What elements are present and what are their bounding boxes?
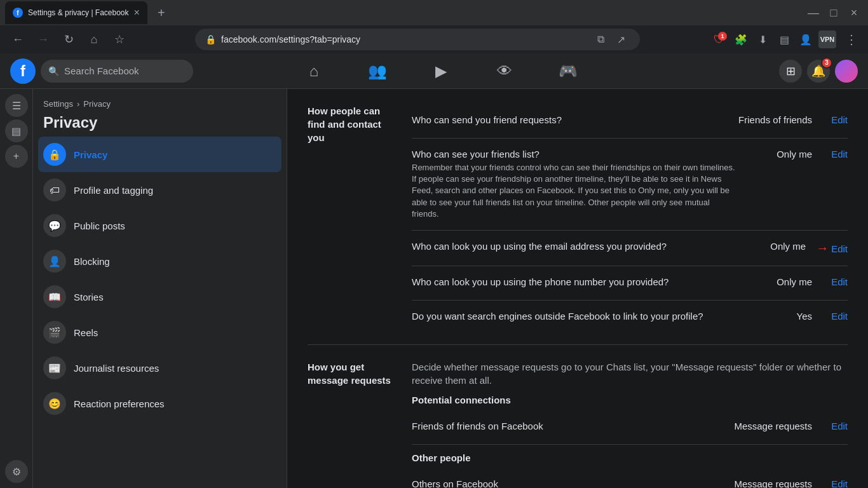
quick-icon-feed[interactable]: ☰ (5, 94, 28, 117)
avatar-image (835, 60, 858, 83)
sidebar-label-journalist: Journalist resources (74, 363, 159, 374)
quick-icon-gear[interactable]: ⚙ (5, 460, 28, 483)
browser-chrome: f Settings & privacy | Facebook × + — □ … (0, 0, 868, 53)
search-bar[interactable]: 🔍 (41, 60, 193, 83)
watch-nav[interactable]: ▶ (410, 56, 471, 86)
sidebar-item-reels[interactable]: Reels (38, 315, 281, 350)
others-value: Message requests (734, 478, 812, 488)
friends-of-friends-edit[interactable]: Edit (822, 421, 848, 431)
friend-requests-value: Friends of friends (738, 114, 812, 125)
extensions-badge[interactable]: 🛡 1 (710, 30, 728, 48)
lock-icon: 🔒 (205, 34, 216, 44)
close-window-button[interactable]: × (845, 4, 863, 22)
gaming-nav[interactable]: 🎮 (538, 56, 599, 86)
nav-center: ⌂ 👥 ▶ 👁 🎮 (283, 56, 599, 86)
groups-nav[interactable]: 👁 (474, 56, 535, 86)
section-rows-messages: Decide whether message requests go to yo… (412, 360, 848, 488)
friends-list-edit[interactable]: Edit (822, 149, 848, 159)
breadcrumb: Settings › Privacy (38, 99, 281, 109)
tab-close-button[interactable]: × (134, 7, 140, 18)
back-button[interactable]: ← (8, 29, 28, 50)
email-lookup-edit[interactable]: →Edit (816, 241, 848, 255)
journalist-icon (43, 356, 66, 379)
phone-lookup-edit[interactable]: Edit (822, 276, 848, 287)
tab-bar: f Settings & privacy | Facebook × + — □ … (0, 0, 868, 25)
profile-tagging-icon (43, 179, 66, 201)
section-header-find: How people can find and contact you Who … (308, 104, 848, 345)
sidebar-label-public-posts: Public posts (74, 220, 125, 231)
red-arrow-indicator: → (816, 241, 829, 255)
bookmark-button[interactable]: ☆ (109, 29, 130, 50)
reload-button[interactable]: ↻ (58, 29, 79, 50)
sidebar-item-public-posts[interactable]: Public posts (38, 208, 281, 243)
phone-lookup-row: Who can look you up using the phone numb… (412, 266, 848, 301)
friends-list-value: Only me (749, 149, 812, 159)
url-bar[interactable]: 🔒 facebook.com/settings?tab=privacy ⧉ ↗ (195, 29, 640, 50)
friends-list-description: Remember that your friends control who c… (412, 162, 738, 220)
email-lookup-text: Who can look you up using the email addr… (412, 241, 732, 252)
facebook-logo[interactable]: f (10, 58, 36, 84)
search-engines-value: Yes (749, 311, 812, 322)
download-button[interactable]: ⬇ (754, 30, 771, 48)
notifications-button[interactable]: 🔔 3 (807, 60, 830, 83)
friend-requests-edit[interactable]: Edit (822, 114, 848, 125)
reels-icon (43, 321, 66, 344)
home-button[interactable]: ⌂ (84, 29, 104, 50)
browser-menu-button[interactable]: ⋮ (843, 30, 860, 48)
stories-icon (43, 285, 66, 308)
open-tab-icon[interactable]: ⧉ (592, 30, 609, 48)
sidebar-item-profile-tagging[interactable]: Profile and tagging (38, 172, 281, 208)
sidebar-label-stories: Stories (74, 292, 104, 302)
quick-icon-add[interactable]: + (5, 145, 28, 168)
breadcrumb-current: Privacy (83, 99, 111, 109)
share-icon[interactable]: ↗ (612, 30, 630, 48)
phone-lookup-question: Who can look you up using the phone numb… (412, 276, 738, 290)
user-avatar[interactable] (835, 60, 858, 83)
grid-menu-button[interactable]: ⊞ (779, 60, 802, 83)
window-controls: — □ × (804, 4, 863, 22)
friends-nav[interactable]: 👥 (347, 56, 408, 86)
potential-connections-title: Potential connections (412, 387, 848, 410)
minimize-button[interactable]: — (804, 4, 822, 22)
search-engines-edit[interactable]: Edit (822, 311, 848, 322)
active-tab[interactable]: f Settings & privacy | Facebook × (5, 1, 147, 24)
others-edit[interactable]: Edit (822, 478, 848, 488)
vpn-button[interactable]: VPN (818, 30, 836, 48)
others-text: Others on Facebook (412, 478, 724, 488)
extensions-button[interactable]: 🧩 (732, 30, 750, 48)
profile-button[interactable]: 👤 (797, 30, 815, 48)
friends-of-friends-row: Friends of friends on Facebook Message r… (412, 410, 848, 445)
sidebar-item-journalist[interactable]: Journalist resources (38, 350, 281, 386)
email-lookup-question: Who can look you up using the email addr… (412, 241, 732, 254)
new-tab-button[interactable]: + (153, 4, 170, 22)
settings-link[interactable]: Settings (43, 99, 73, 109)
left-quick-icons: ☰ ▤ + ⚙ (0, 89, 33, 488)
extensions-count: 1 (718, 32, 727, 41)
facebook-app: f 🔍 ⌂ 👥 ▶ 👁 🎮 ⊞ 🔔 3 ☰ ▤ + (0, 53, 868, 488)
search-icon: 🔍 (48, 66, 59, 76)
other-people-title: Other people (412, 445, 848, 468)
forward-button[interactable]: → (33, 29, 53, 50)
sidebar-item-stories[interactable]: Stories (38, 279, 281, 315)
others-question: Others on Facebook (412, 478, 724, 488)
search-input[interactable] (64, 65, 186, 76)
tab-search-button[interactable]: ▤ (775, 30, 793, 48)
blocking-icon (43, 250, 66, 273)
home-nav[interactable]: ⌂ (283, 56, 344, 86)
content-area: How people can find and contact you Who … (287, 89, 868, 488)
others-on-facebook-row: Others on Facebook Message requests Edit (412, 468, 848, 488)
search-engines-row: Do you want search engines outside Faceb… (412, 301, 848, 334)
reaction-icon (43, 392, 66, 415)
url-text: facebook.com/settings?tab=privacy (221, 34, 587, 44)
section-header-messages: How you get message requests Decide whet… (308, 360, 848, 488)
sidebar-item-privacy[interactable]: Privacy (38, 137, 281, 172)
quick-icon-watch[interactable]: ▤ (5, 119, 28, 142)
email-lookup-row: Who can look you up using the email addr… (412, 231, 848, 266)
maximize-button[interactable]: □ (825, 4, 843, 22)
sidebar-item-reaction[interactable]: Reaction preferences (38, 386, 281, 421)
settings-section-title: Privacy (38, 114, 281, 132)
friend-requests-row: Who can send you friend requests? Friend… (412, 104, 848, 139)
search-engines-text: Do you want search engines outside Faceb… (412, 311, 738, 322)
sidebar-item-blocking[interactable]: Blocking (38, 243, 281, 279)
message-requests-section: How you get message requests Decide whet… (308, 360, 848, 488)
